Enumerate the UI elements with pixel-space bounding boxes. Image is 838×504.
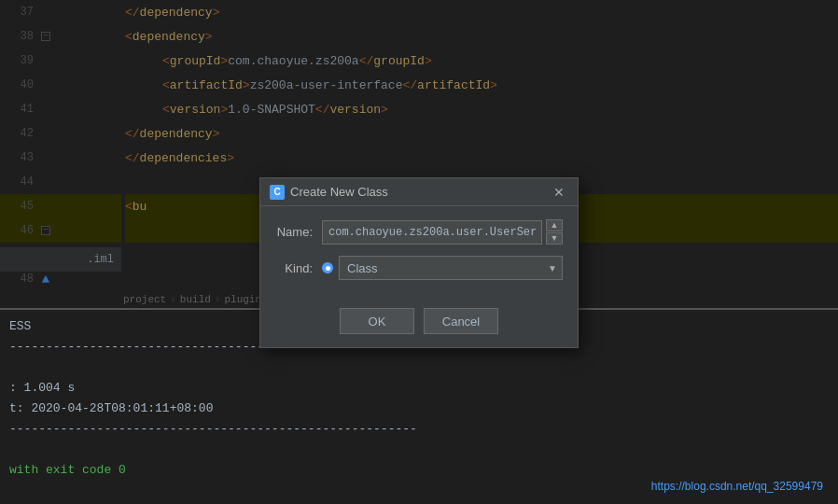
bottom-line-5: t: 2020-04-28T08:01:11+08:00 xyxy=(9,398,829,418)
dialog-body: Name: ▲ ▼ Kind: Class Interface Enum Ann… xyxy=(260,206,578,304)
bottom-line-6: ----------------------------------------… xyxy=(9,418,829,439)
kind-form-row: Kind: Class Interface Enum Annotation ▼ xyxy=(275,256,563,280)
name-label: Name: xyxy=(275,225,322,239)
dialog-buttons: OK Cancel xyxy=(260,304,578,347)
dialog-close-button[interactable]: ✕ xyxy=(550,183,568,202)
bottom-line-3 xyxy=(9,357,829,377)
dialog-class-icon: C xyxy=(270,185,285,200)
bottom-line-7 xyxy=(9,439,829,459)
bottom-line-4: : 1.004 s xyxy=(9,377,829,398)
dialog-title-text: Create New Class xyxy=(290,185,388,199)
create-new-class-dialog: C Create New Class ✕ Name: ▲ ▼ Kind: xyxy=(259,177,579,348)
dialog-titlebar: C Create New Class ✕ xyxy=(260,178,578,206)
sort-down-button[interactable]: ▼ xyxy=(546,232,563,245)
name-form-row: Name: ▲ ▼ xyxy=(275,219,563,245)
name-input-wrap: ▲ ▼ xyxy=(322,219,563,245)
csdn-link[interactable]: https://blog.csdn.net/qq_32599479 xyxy=(651,480,823,493)
kind-label: Kind: xyxy=(275,261,322,275)
kind-select-wrap: Class Interface Enum Annotation ▼ xyxy=(322,256,563,280)
bottom-line-8: with exit code 0 xyxy=(9,459,829,480)
kind-radio-icon xyxy=(322,262,333,273)
sort-up-button[interactable]: ▲ xyxy=(546,219,563,231)
dialog-title-left: C Create New Class xyxy=(270,185,388,200)
kind-select[interactable]: Class Interface Enum Annotation xyxy=(339,256,563,280)
cancel-button[interactable]: Cancel xyxy=(424,308,498,334)
name-input[interactable] xyxy=(322,220,542,245)
ok-button[interactable]: OK xyxy=(340,308,414,334)
sort-buttons: ▲ ▼ xyxy=(546,219,563,245)
